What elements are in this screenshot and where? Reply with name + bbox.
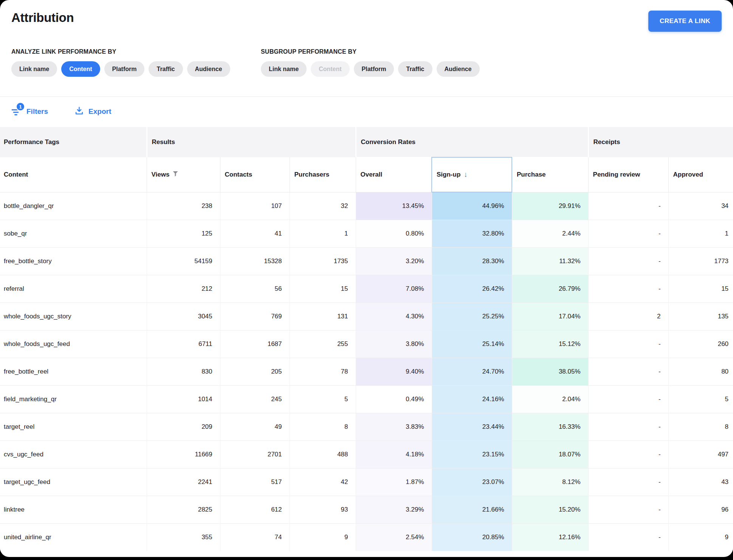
cell-signup: 21.66% — [432, 496, 512, 523]
column-label: Purchase — [517, 171, 546, 178]
column-header-contacts[interactable]: Contacts — [220, 157, 290, 192]
pill-traffic[interactable]: Traffic — [398, 61, 432, 77]
cell-contacts: 612 — [220, 496, 290, 523]
cell-approved: 5 — [668, 385, 733, 413]
pill-traffic[interactable]: Traffic — [149, 61, 183, 77]
cell-overall: 0.49% — [356, 385, 432, 413]
cell-overall: 3.80% — [356, 330, 432, 358]
cell-views: 2825 — [147, 496, 220, 523]
cell-contacts: 49 — [220, 413, 290, 441]
cell-views: 1014 — [147, 385, 220, 413]
column-label: Overall — [361, 171, 383, 178]
pill-audience[interactable]: Audience — [437, 61, 480, 77]
pill-platform[interactable]: Platform — [354, 61, 394, 77]
cell-contacts: 107 — [220, 192, 290, 220]
pill-content[interactable]: Content — [61, 61, 100, 77]
analyze-by-pills: Link nameContentPlatformTrafficAudience — [11, 61, 261, 77]
cell-views: 11669 — [147, 441, 220, 468]
cell-overall: 3.20% — [356, 247, 432, 275]
export-button[interactable]: Export — [74, 106, 111, 117]
cell-overall: 0.80% — [356, 220, 432, 247]
column-header-overall[interactable]: Overall — [356, 157, 432, 192]
cell-pending: - — [588, 441, 668, 468]
table-column-header-row: Content Views Contacts Purchasers — [0, 157, 733, 192]
cell-purchasers: 32 — [290, 192, 356, 220]
table-row: field_marketing_qr101424550.49%24.16%2.0… — [0, 385, 733, 413]
subgroup-by-group: SUBGROUP PERFORMANCE BY Link nameContent… — [261, 48, 510, 77]
table-row: target_ugc_feed2241517421.87%23.07%8.12%… — [0, 468, 733, 496]
table-row: whole_foods_ugc_story30457691314.30%25.2… — [0, 302, 733, 330]
subgroup-by-label: SUBGROUP PERFORMANCE BY — [261, 48, 510, 55]
pill-platform[interactable]: Platform — [104, 61, 145, 77]
column-header-purchase[interactable]: Purchase — [512, 157, 588, 192]
cell-content: target_ugc_feed — [0, 468, 147, 496]
cell-approved: 15 — [668, 275, 733, 302]
cell-pending: - — [588, 192, 668, 220]
cell-signup: 25.14% — [432, 330, 512, 358]
filters-button[interactable]: 1 Filters — [11, 107, 48, 116]
cell-contacts: 245 — [220, 385, 290, 413]
column-label: Purchasers — [294, 171, 330, 178]
cell-purchase: 12.16% — [512, 523, 588, 551]
cell-pending: - — [588, 413, 668, 441]
pill-audience[interactable]: Audience — [187, 61, 230, 77]
column-label: Sign-up — [437, 171, 460, 178]
cell-contacts: 205 — [220, 358, 290, 385]
cell-purchase: 38.05% — [512, 358, 588, 385]
cell-contacts: 2701 — [220, 441, 290, 468]
create-link-button[interactable]: CREATE A LINK — [648, 11, 722, 32]
cell-pending: 2 — [588, 302, 668, 330]
column-header-purchasers[interactable]: Purchasers — [290, 157, 356, 192]
download-icon — [74, 106, 84, 117]
filter-lines-icon: 1 — [11, 107, 22, 116]
pill-link-name[interactable]: Link name — [261, 61, 307, 77]
cell-content: cvs_ugc_feed — [0, 441, 147, 468]
attribution-page: Attribution CREATE A LINK ANALYZE LINK P… — [0, 0, 733, 557]
cell-purchasers: 42 — [290, 468, 356, 496]
cell-contacts: 41 — [220, 220, 290, 247]
cell-pending: - — [588, 468, 668, 496]
cell-purchase: 15.12% — [512, 330, 588, 358]
attribution-table: Performance Tags Results Conversion Rate… — [0, 127, 733, 551]
column-header-views[interactable]: Views — [147, 157, 220, 192]
cell-approved: 260 — [668, 330, 733, 358]
cell-overall: 1.87% — [356, 468, 432, 496]
table-row: whole_foods_ugc_feed671116872553.80%25.1… — [0, 330, 733, 358]
cell-purchasers: 8 — [290, 413, 356, 441]
cell-purchasers: 131 — [290, 302, 356, 330]
analyze-by-label: ANALYZE LINK PERFORMANCE BY — [11, 48, 261, 55]
group-conversion-rates: Conversion Rates — [356, 127, 588, 157]
cell-contacts: 56 — [220, 275, 290, 302]
cell-signup: 24.16% — [432, 385, 512, 413]
cell-purchasers: 255 — [290, 330, 356, 358]
cell-pending: - — [588, 358, 668, 385]
cell-purchasers: 15 — [290, 275, 356, 302]
cell-signup: 23.15% — [432, 441, 512, 468]
cell-content: whole_foods_ugc_feed — [0, 330, 147, 358]
column-label: Pending review — [593, 171, 640, 178]
cell-pending: - — [588, 247, 668, 275]
cell-purchasers: 9 — [290, 523, 356, 551]
cell-overall: 7.08% — [356, 275, 432, 302]
column-header-pending-review[interactable]: Pending review — [588, 157, 668, 192]
column-header-approved[interactable]: Approved — [668, 157, 733, 192]
cell-overall: 3.29% — [356, 496, 432, 523]
cell-approved: 497 — [668, 441, 733, 468]
pill-link-name[interactable]: Link name — [11, 61, 57, 77]
cell-views: 125 — [147, 220, 220, 247]
cell-purchase: 18.07% — [512, 441, 588, 468]
cell-signup: 25.25% — [432, 302, 512, 330]
arrow-down-icon: ↓ — [464, 171, 468, 179]
cell-signup: 20.85% — [432, 523, 512, 551]
table-row: free_bottle_reel830205789.40%24.70%38.05… — [0, 358, 733, 385]
column-header-signup[interactable]: Sign-up ↓ — [432, 157, 512, 192]
cell-signup: 32.80% — [432, 220, 512, 247]
export-label: Export — [88, 107, 111, 116]
table-row: sobe_qr1254110.80%32.80%2.44%-1 — [0, 220, 733, 247]
cell-contacts: 769 — [220, 302, 290, 330]
subgroup-by-pills: Link nameContentPlatformTrafficAudience — [261, 61, 510, 77]
filter-funnel-icon[interactable] — [173, 171, 178, 178]
cell-views: 6711 — [147, 330, 220, 358]
column-label: Content — [4, 171, 28, 178]
cell-pending: - — [588, 496, 668, 523]
